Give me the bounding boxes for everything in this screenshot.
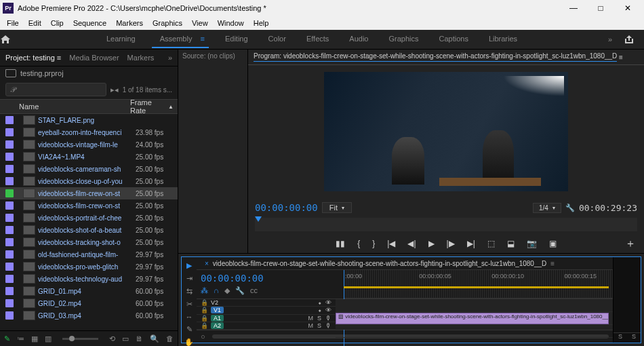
settings-icon[interactable]: 🔧	[235, 286, 245, 295]
lock-icon[interactable]: 🔒	[201, 299, 208, 306]
col-fps[interactable]: Frame Rate▲	[130, 98, 174, 115]
track-a1-header[interactable]: 🔒 A1 MS🎙	[197, 315, 336, 322]
asset-row[interactable]: old-fashioned-antique-film-29.97 fps	[0, 248, 178, 261]
go-in-icon[interactable]: |◀	[387, 239, 395, 248]
slip-tool-icon[interactable]: ↔	[186, 313, 193, 321]
label-swatch[interactable]	[5, 287, 14, 295]
workspace-overflow-icon[interactable]: »	[597, 35, 624, 43]
solo-icon[interactable]: S	[317, 322, 321, 329]
menu-graphics[interactable]: Graphics	[148, 18, 186, 28]
label-swatch[interactable]	[5, 140, 14, 149]
export-frame-icon[interactable]: 📷	[527, 239, 537, 248]
menu-window[interactable]: Window	[214, 18, 248, 28]
asset-row[interactable]: videoblocks-vintage-film-le24.00 fps	[0, 138, 178, 151]
mute-icon[interactable]: M	[308, 322, 313, 329]
menu-markers[interactable]: Markers	[112, 18, 147, 28]
ws-libraries[interactable]: Libraries	[485, 31, 521, 48]
ripple-tool-icon[interactable]: ⇆	[186, 287, 193, 296]
tab-media-browser[interactable]: Media Browser	[69, 54, 119, 62]
seq-close-icon[interactable]: ×	[205, 260, 209, 267]
timeline-timecode[interactable]: 00:00:00:00	[201, 273, 340, 284]
time-ruler[interactable]: :00:00 00:00:00:05 00:00:00:10 00:00:00:…	[344, 270, 613, 299]
go-out-icon[interactable]: ▶|	[467, 239, 475, 248]
ws-captions[interactable]: Captions	[435, 31, 472, 48]
track-select-tool-icon[interactable]: ⇥	[186, 274, 193, 283]
target-icon[interactable]: ⬥	[318, 307, 321, 313]
wrench-icon[interactable]: 🔧	[565, 204, 575, 212]
asset-row[interactable]: eyeball-zoom-into-frequenci23.98 fps	[0, 126, 178, 138]
asset-row[interactable]: GRID_02.mp460.00 fps	[0, 297, 178, 309]
find-icon[interactable]: 🔍	[150, 334, 159, 343]
button-editor-icon[interactable]: ＋	[625, 237, 636, 251]
label-swatch[interactable]	[5, 165, 14, 173]
export-icon[interactable]	[624, 35, 644, 44]
resolution-dropdown[interactable]: 1/4▾	[533, 203, 561, 213]
track-lanes[interactable]: ▧ videoblocks-film-crew-on-stage-set-whi…	[336, 299, 613, 330]
label-swatch[interactable]	[5, 153, 14, 161]
asset-list[interactable]: STAR_FLARE.pngeyeball-zoom-into-frequenc…	[0, 114, 178, 330]
lock-icon[interactable]: 🔒	[201, 315, 208, 322]
label-swatch[interactable]	[5, 238, 14, 246]
asset-row[interactable]: videoblocks-film-crew-on-st25.00 fps	[0, 199, 178, 212]
menu-clip[interactable]: Clip	[47, 18, 68, 28]
ws-assembly[interactable]: Assembly ≡	[152, 31, 209, 48]
label-swatch[interactable]	[5, 275, 14, 283]
menu-help[interactable]: Help	[249, 18, 273, 28]
menu-sequence[interactable]: Sequence	[69, 18, 111, 28]
filter-icon[interactable]: ▸◂	[110, 85, 119, 94]
tab-project[interactable]: Project: testing ≡	[5, 54, 61, 62]
search-input[interactable]: 𝒫	[5, 83, 106, 96]
label-swatch[interactable]	[5, 128, 14, 136]
asset-row[interactable]: videoblocks-pro-web-glitch29.97 fps	[0, 261, 178, 273]
hand-tool-icon[interactable]: ✋	[184, 338, 194, 346]
trash-icon[interactable]: 🗑	[166, 334, 174, 343]
label-swatch[interactable]	[5, 189, 14, 197]
label-swatch[interactable]	[5, 226, 14, 234]
voice-icon[interactable]: 🎙	[325, 322, 331, 329]
asset-row[interactable]: STAR_FLARE.png	[0, 114, 178, 126]
extract-icon[interactable]: ⬓	[507, 239, 515, 248]
close-button[interactable]: ✕	[614, 3, 641, 13]
home-icon[interactable]	[0, 35, 27, 44]
lift-icon[interactable]: ⬚	[487, 239, 495, 248]
ws-editing[interactable]: Editing	[221, 31, 252, 48]
mark-out-icon[interactable]: }	[372, 239, 375, 248]
track-v1-header[interactable]: 🔒 V1 ⬥👁	[197, 307, 336, 314]
label-swatch[interactable]	[5, 177, 14, 185]
lock-icon[interactable]: 🔒	[201, 307, 208, 313]
label-swatch[interactable]	[5, 214, 14, 222]
asset-row[interactable]: videoblocks-close-up-of-you25.00 fps	[0, 175, 178, 187]
add-marker-icon[interactable]: ▮▮	[336, 239, 345, 248]
lock-icon[interactable]: 🔒	[201, 322, 208, 329]
minimize-button[interactable]: —	[560, 3, 587, 13]
program-monitor[interactable]	[248, 65, 644, 197]
voice-icon[interactable]: 🎙	[325, 315, 331, 322]
pen-tool-icon[interactable]: ✎	[186, 325, 193, 334]
fit-dropdown[interactable]: Fit▾	[322, 202, 352, 213]
list-view-icon[interactable]: ≔	[17, 334, 24, 343]
track-v2-header[interactable]: 🔒 V2 ⬥👁	[197, 299, 336, 307]
tab-markers[interactable]: Markers	[127, 54, 155, 62]
panel-overflow-icon[interactable]: »	[168, 54, 172, 62]
play-icon[interactable]: ▶	[428, 239, 435, 248]
eye-icon[interactable]: 👁	[325, 307, 331, 313]
sequence-name[interactable]: videoblocks-film-crew-on-stage-set-while…	[213, 260, 546, 267]
step-back-icon[interactable]: ◀|	[407, 239, 416, 248]
label-swatch[interactable]	[5, 263, 14, 271]
asset-row[interactable]: GRID_03.mp460.00 fps	[0, 309, 178, 322]
lane-v2[interactable]	[336, 299, 613, 312]
asset-row[interactable]: videoblocks-portrait-of-chee25.00 fps	[0, 212, 178, 224]
asset-row[interactable]: videoblocks-tracking-shot-o25.00 fps	[0, 236, 178, 248]
col-name[interactable]: Name	[4, 102, 130, 111]
new-item-icon[interactable]: 🗎	[136, 334, 143, 343]
program-timecode[interactable]: 00:00:00:00	[255, 202, 318, 213]
solo-icon[interactable]: S	[317, 315, 321, 322]
label-swatch[interactable]	[5, 201, 14, 210]
menu-view[interactable]: View	[188, 18, 212, 28]
asset-row[interactable]: videoblocks-cameraman-sh25.00 fps	[0, 163, 178, 175]
pencil-icon[interactable]: ✎	[4, 334, 10, 343]
icon-view-icon[interactable]: ▦	[31, 334, 38, 343]
asset-row[interactable]: GRID_01.mp460.00 fps	[0, 285, 178, 297]
ws-effects[interactable]: Effects	[302, 31, 333, 48]
label-swatch[interactable]	[5, 299, 14, 307]
